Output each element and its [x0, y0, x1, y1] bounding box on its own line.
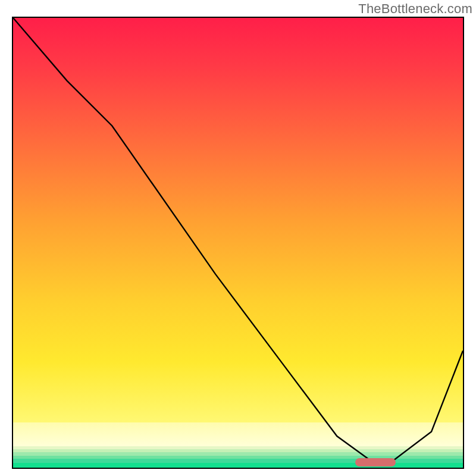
curve-layer — [13, 18, 463, 468]
optimal-range-marker — [355, 458, 396, 466]
watermark-label: TheBottleneck.com — [358, 1, 472, 17]
plot-area — [12, 17, 464, 469]
chart-stage: TheBottleneck.com — [0, 0, 476, 476]
bottleneck-curve — [13, 18, 463, 462]
